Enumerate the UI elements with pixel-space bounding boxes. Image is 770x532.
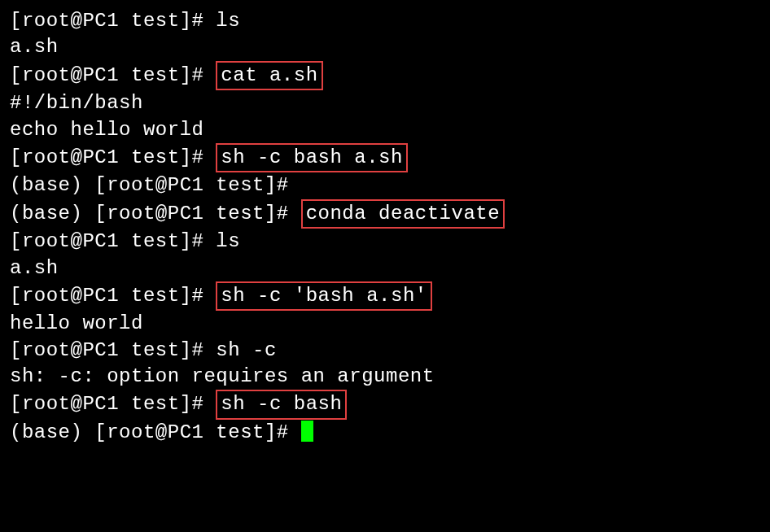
shell-prompt: [root@PC1 test]# [10,285,216,307]
terminal-output: echo hello world [10,119,203,141]
terminal-line: echo hello world [10,117,760,143]
highlighted-command: sh -c 'bash a.sh' [216,281,431,311]
terminal-line: sh: -c: option requires an argument [10,364,760,390]
terminal-line: [root@PC1 test]# cat a.sh [10,61,760,90]
terminal-output: a.sh [10,36,59,58]
terminal-output: #!/bin/bash [10,92,143,114]
command-text: ls [216,230,240,252]
terminal-line: (base) [root@PC1 test]# conda deactivate [10,199,760,229]
highlighted-command: sh -c bash [216,390,347,419]
terminal-line: a.sh [10,34,760,60]
highlighted-command: cat a.sh [216,61,322,90]
shell-prompt: [root@PC1 test]# [10,393,216,415]
shell-prompt: [root@PC1 test]# [10,10,216,32]
terminal-line: a.sh [10,255,760,281]
terminal-line: [root@PC1 test]# sh -c [10,338,760,364]
command-text: sh -c [216,339,277,361]
terminal-line: (base) [root@PC1 test]# [10,420,760,446]
terminal-line: #!/bin/bash [10,90,760,116]
terminal-output: sh: -c: option requires an argument [10,365,435,387]
shell-prompt: [root@PC1 test]# [10,146,216,168]
command-text: ls [216,10,240,32]
cursor-icon [301,421,313,442]
terminal-line: (base) [root@PC1 test]# [10,172,760,198]
terminal-output: hello world [10,312,143,334]
highlighted-command: conda deactivate [301,199,505,229]
terminal-line: hello world [10,311,760,337]
shell-prompt: [root@PC1 test]# [10,230,216,252]
shell-prompt: (base) [root@PC1 test]# [10,174,289,196]
terminal-output: a.sh [10,257,59,279]
terminal-line: [root@PC1 test]# ls [10,229,760,255]
shell-prompt: [root@PC1 test]# [10,339,216,361]
shell-prompt: [root@PC1 test]# [10,64,216,86]
terminal-window[interactable]: [root@PC1 test]# lsa.sh[root@PC1 test]# … [10,8,760,446]
highlighted-command: sh -c bash a.sh [216,143,408,172]
shell-prompt: (base) [root@PC1 test]# [10,203,301,225]
terminal-line: [root@PC1 test]# ls [10,8,760,34]
shell-prompt: (base) [root@PC1 test]# [10,421,301,443]
terminal-line: [root@PC1 test]# sh -c 'bash a.sh' [10,281,760,311]
terminal-line: [root@PC1 test]# sh -c bash [10,390,760,419]
terminal-line: [root@PC1 test]# sh -c bash a.sh [10,143,760,172]
